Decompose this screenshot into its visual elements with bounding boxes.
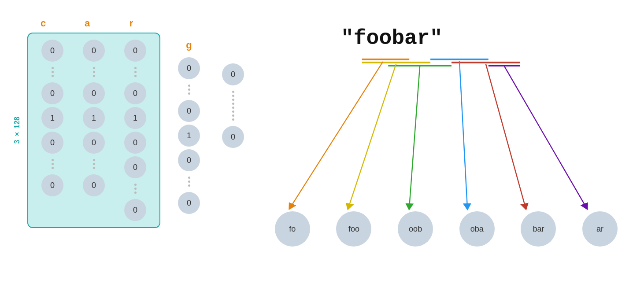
svg-line-7 [349,64,396,207]
node-r-bottom: 0 [124,199,146,221]
node-bar: bar [521,211,556,247]
g-label: g [186,40,192,51]
dots-c-1 [52,64,54,80]
extra-column: 0 0 [222,63,244,148]
col-label-a: a [65,18,109,29]
node-foo: foo [336,211,371,247]
svg-line-8 [409,66,420,207]
node-fo: fo [275,211,310,247]
matrix-col-r: 0 0 1 0 0 0 [115,40,155,221]
matrix-label-row: c a r [13,18,153,29]
node-oba: oba [459,211,495,247]
g-m2: 1 [178,125,200,147]
g-m1: 0 [178,100,200,122]
matrix-col-c: 0 0 1 0 0 [33,40,72,221]
main-container: c a r 3 × 128 0 0 1 0 0 [0,0,644,291]
col-label-c: c [21,18,65,29]
dots-c-2 [52,156,54,172]
node-oob: oob [398,211,433,247]
extra-top: 0 [222,63,244,85]
g-m3: 0 [178,149,200,171]
matrix-col-a: 0 0 1 0 0 [74,40,114,221]
dots-r-1 [134,64,137,80]
g-bottom: 0 [178,192,200,214]
extra-bottom: 0 [222,126,244,148]
node-ar: ar [582,211,618,247]
node-a-bottom: 0 [83,174,105,196]
node-r-top: 0 [124,40,146,62]
svg-line-11 [504,66,586,207]
svg-line-9 [459,61,467,207]
node-a-m1: 0 [83,82,105,104]
matrix-section: c a r 3 × 128 0 0 1 0 0 [13,18,160,228]
side-columns: g 0 0 1 0 0 0 0 [178,40,244,214]
svg-line-6 [291,62,383,207]
node-c-m3: 0 [41,132,63,154]
dots-a-2 [93,156,95,172]
bottom-nodes: fo foo oob oba bar ar [262,211,631,247]
node-c-top: 0 [41,40,63,62]
node-c-m1: 0 [41,82,63,104]
matrix-box: 0 0 1 0 0 0 [27,33,160,228]
diagram-section: "foobar" [262,18,631,264]
matrix-wrapper: 3 × 128 0 0 1 0 0 [13,33,160,228]
col-label-r: r [109,18,153,29]
node-r-m2: 1 [124,107,146,129]
node-a-top: 0 [83,40,105,62]
node-r-m1: 0 [124,82,146,104]
node-c-m2: 1 [41,107,63,129]
dots-a-1 [93,64,95,80]
node-r-m4: 0 [124,156,146,178]
node-a-m2: 1 [83,107,105,129]
svg-line-10 [486,64,526,207]
extra-dots [232,88,234,123]
node-r-m3: 0 [124,132,146,154]
g-column: g 0 0 1 0 0 [178,40,200,214]
node-c-bottom: 0 [41,174,63,196]
side-label: 3 × 128 [13,117,21,144]
g-top: 0 [178,57,200,79]
node-a-m3: 0 [83,132,105,154]
dots-r-2 [134,181,137,196]
g-dots-1 [188,82,190,97]
g-dots-2 [188,174,190,189]
